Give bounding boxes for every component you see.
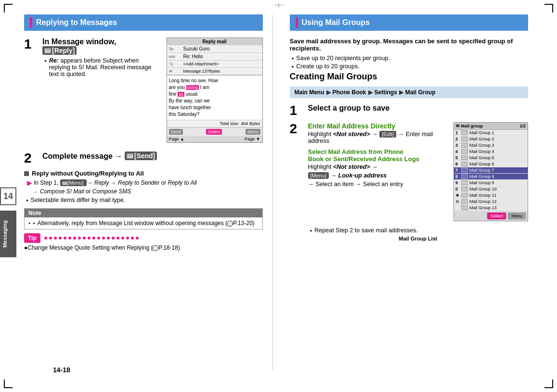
tip-dot-18	[126, 237, 129, 240]
tip-dot-8	[78, 237, 81, 240]
mgl-label-10: Mail Group 10	[469, 187, 497, 191]
edit-button[interactable]: [Edit]	[379, 131, 396, 138]
note-body: ● Alternatively, reply from Message List…	[25, 217, 262, 229]
no-quote-arrow1: ▶ In Step 1, [Menu] → Reply → Reply to S…	[24, 179, 263, 187]
tip-dot-17	[121, 237, 124, 240]
mgl-row-12[interactable]: ☆ Mail Group 12	[454, 199, 528, 205]
device-page-down[interactable]: Page ▼	[245, 137, 260, 141]
mgl-label-12: Mail Group 12	[469, 199, 497, 204]
mgl-mail-icon-3	[461, 143, 468, 148]
mgl-title: ✉ Mail group 1/2	[454, 123, 528, 130]
device-mockup: Reply mail To Suzuki Goro sub Re: Hello …	[167, 38, 263, 143]
device-body: Long time no see. Howare you doing I amf…	[167, 76, 262, 120]
mgl-mail-icon-1	[461, 130, 468, 135]
mgl-row-8[interactable]: 8 Mail Group 8	[454, 174, 528, 180]
send-button[interactable]: [Send]	[125, 152, 157, 160]
mgl-select-btn[interactable]: Select	[487, 213, 506, 219]
mgl-label-5: Mail Group 5	[469, 155, 494, 160]
tip-dot-19	[131, 237, 134, 240]
mgl-label-9: Mail Group 9	[469, 180, 494, 185]
device-to-row: To Suzuki Goro	[167, 45, 262, 53]
mgl-label-6: Mail Group 6	[469, 162, 494, 166]
creating-header: Creating Mail Groups	[290, 72, 529, 82]
mgl-page: 1/2	[519, 124, 526, 128]
step-1-bullet-1: Re: appears before Subject when replying…	[44, 57, 152, 77]
mgl-mail-icon-7	[461, 168, 468, 173]
breadcrumb: Main Menu ▶ Phone Book ▶ Settings ▶ Mail…	[290, 87, 529, 98]
mgl-mail-icon-8	[461, 174, 468, 179]
mgl-row-11[interactable]: ★ Mail Group 11	[454, 192, 528, 199]
intro-b2-text: Create up to 20 groups.	[296, 63, 359, 70]
mgl-row-6[interactable]: 6 Mail Group 6	[454, 161, 528, 167]
mgl-row-7[interactable]: 7 Mail Group 7	[454, 167, 528, 174]
mgl-row-3[interactable]: 3 Mail Group 3	[454, 142, 528, 149]
menu-button-nq[interactable]: [Menu]	[60, 179, 87, 186]
mgl-row-9[interactable]: 9 Mail Group 9	[454, 180, 528, 186]
bc-arrow-3: ▶	[399, 89, 403, 96]
menu-button-sa[interactable]: [Menu]	[308, 172, 329, 179]
mgl-mail-icon-11	[461, 193, 468, 198]
mgl-idx-8: 8	[455, 174, 461, 179]
arrow-icon-1: ▶	[27, 179, 32, 187]
mgl-idx-10: 0	[455, 187, 461, 191]
mgl-row-5[interactable]: 5 Mail Group 5	[454, 155, 528, 161]
repeat-note-text: Repeat Step 2 to save mail addresses.	[314, 227, 418, 234]
step-2-title: Complete message → [Send]	[42, 152, 263, 161]
bc-mail-group: Mail Group	[405, 89, 436, 96]
device-total-label: Total size:	[220, 121, 239, 126]
mgl-mail-icon-10	[461, 187, 468, 191]
device-page-up[interactable]: Page ▲	[169, 137, 184, 141]
device-footer: Send Select Menu	[167, 127, 262, 136]
mgl-mail-icon-6	[461, 162, 468, 166]
mgl-row-10[interactable]: 0 Mail Group 10	[454, 186, 528, 192]
mgl-row-13[interactable]: Mail Group 13	[454, 205, 528, 211]
corner-mark-br	[544, 379, 553, 388]
right-intro: Save mail addresses by group. Messages c…	[290, 38, 529, 70]
right-step-1: 1 Select a group to save	[290, 104, 529, 117]
tip-dot-16	[117, 237, 119, 240]
mgl-idx-3: 3	[455, 143, 461, 148]
note-header: Note	[25, 209, 262, 217]
left-column: Replying to Messages 1 Reply mail To Suz…	[24, 14, 273, 370]
not-stored-text-2: <Not stored>	[333, 164, 370, 170]
mail-group-list: ✉ Mail group 1/2 1 Mail Group 1 2 M	[453, 122, 528, 221]
no-quote-bullet: Selectable items differ by mail type.	[26, 197, 263, 203]
mgl-mail-icon-4	[461, 149, 468, 154]
device-to-value: Suzuki Goro	[183, 46, 260, 51]
mgl-row-1[interactable]: 1 Mail Group 1	[454, 130, 528, 136]
reply-button[interactable]: [Reply]	[42, 46, 77, 55]
tip-dot-7	[73, 237, 76, 240]
mgl-footer: Select Menu	[454, 211, 528, 221]
device-attach-label: 📎	[169, 62, 183, 66]
arrow-icon-2: →	[32, 188, 38, 195]
no-quote-bullet-text: Selectable items differ by mail type.	[31, 197, 125, 203]
mgl-label-1: Mail Group 1	[469, 130, 494, 135]
mgl-row-4[interactable]: 4 Mail Group 4	[454, 149, 528, 155]
intro-bullet-2: Create up to 20 groups.	[292, 63, 529, 70]
device-btn-send[interactable]: Send	[169, 129, 183, 135]
mgl-mail-icon-13	[461, 205, 468, 210]
tip-dot-11	[92, 237, 95, 240]
send-mail-icon	[127, 153, 133, 159]
corner-mark-tl	[4, 4, 13, 13]
no-quote-section: Reply without Quoting/Replying to All ▶ …	[24, 170, 263, 203]
mgl-label-2: Mail Group 2	[469, 137, 494, 141]
tip-label: Tip	[24, 233, 40, 243]
step-2-content: Complete message → [Send]	[42, 152, 263, 163]
right-column: Using Mail Groups Save mail addresses by…	[287, 14, 529, 370]
mgl-menu-btn[interactable]: Menu	[508, 213, 526, 219]
note-box: Note ● Alternatively, reply from Message…	[24, 208, 263, 229]
tip-dot-5	[64, 237, 66, 240]
mgl-label-4: Mail Group 4	[469, 149, 494, 154]
not-stored-text: <Not stored>	[333, 131, 370, 138]
mgl-row-2[interactable]: 2 Mail Group 2	[454, 136, 528, 142]
intro-b1-text: Save up to 20 recipients per group.	[296, 55, 390, 62]
mgl-label-8: Mail Group 8	[469, 174, 494, 179]
corner-mark-bl	[4, 379, 13, 388]
device-btn-menu[interactable]: Menu	[246, 129, 260, 135]
bc-settings: Settings	[375, 89, 397, 96]
mgl-idx-7: 7	[455, 168, 461, 173]
mail-icon	[44, 48, 51, 53]
device-btn-select[interactable]: Select	[206, 129, 222, 135]
mgl-mail-icon-5	[461, 155, 468, 160]
